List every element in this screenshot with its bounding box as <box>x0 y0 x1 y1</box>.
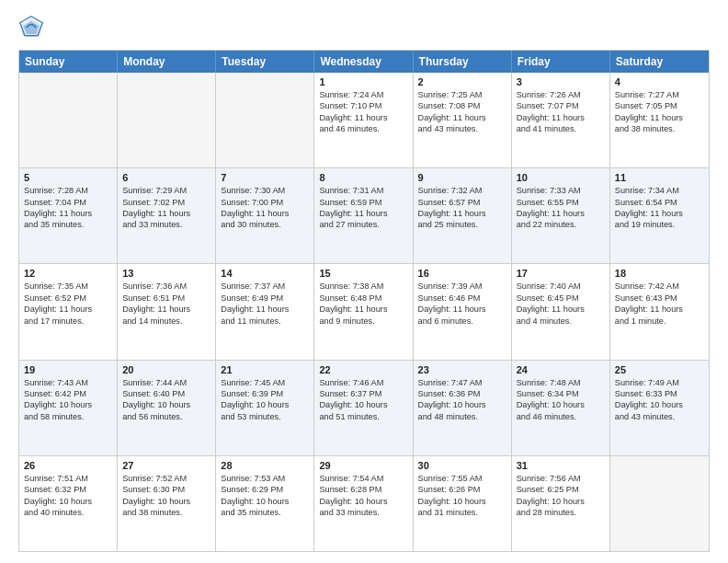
day-info: Sunrise: 7:46 AM Sunset: 6:37 PM Dayligh… <box>319 377 407 423</box>
day-cell-16: 16Sunrise: 7:39 AM Sunset: 6:46 PM Dayli… <box>414 264 512 359</box>
day-info: Sunrise: 7:51 AM Sunset: 6:32 PM Dayligh… <box>24 473 112 519</box>
day-cell-6: 6Sunrise: 7:29 AM Sunset: 7:02 PM Daylig… <box>118 168 216 263</box>
day-cell-26: 26Sunrise: 7:51 AM Sunset: 6:32 PM Dayli… <box>19 456 118 551</box>
day-number: 31 <box>517 460 605 471</box>
day-cell-29: 29Sunrise: 7:54 AM Sunset: 6:28 PM Dayli… <box>314 456 413 551</box>
day-cell-15: 15Sunrise: 7:38 AM Sunset: 6:48 PM Dayli… <box>314 264 413 359</box>
day-number: 11 <box>615 172 704 183</box>
day-number: 29 <box>319 460 407 471</box>
day-info: Sunrise: 7:53 AM Sunset: 6:29 PM Dayligh… <box>221 473 309 519</box>
day-cell-8: 8Sunrise: 7:31 AM Sunset: 6:59 PM Daylig… <box>314 168 413 263</box>
day-number: 12 <box>24 268 112 279</box>
day-cell-10: 10Sunrise: 7:33 AM Sunset: 6:55 PM Dayli… <box>512 168 610 263</box>
day-info: Sunrise: 7:34 AM Sunset: 6:54 PM Dayligh… <box>615 185 704 231</box>
day-cell-27: 27Sunrise: 7:52 AM Sunset: 6:30 PM Dayli… <box>118 456 216 551</box>
calendar-row-3: 19Sunrise: 7:43 AM Sunset: 6:42 PM Dayli… <box>19 360 709 455</box>
day-number: 23 <box>418 364 506 375</box>
day-cell-31: 31Sunrise: 7:56 AM Sunset: 6:25 PM Dayli… <box>512 456 610 551</box>
day-info: Sunrise: 7:37 AM Sunset: 6:49 PM Dayligh… <box>221 281 309 327</box>
day-cell-28: 28Sunrise: 7:53 AM Sunset: 6:29 PM Dayli… <box>216 456 314 551</box>
day-number: 22 <box>319 364 407 375</box>
day-number: 14 <box>221 268 309 279</box>
day-info: Sunrise: 7:30 AM Sunset: 7:00 PM Dayligh… <box>221 185 309 231</box>
day-cell-9: 9Sunrise: 7:32 AM Sunset: 6:57 PM Daylig… <box>414 168 512 263</box>
day-number: 9 <box>418 172 506 183</box>
header-day-monday: Monday <box>118 51 216 73</box>
day-info: Sunrise: 7:24 AM Sunset: 7:10 PM Dayligh… <box>319 89 407 135</box>
day-info: Sunrise: 7:40 AM Sunset: 6:45 PM Dayligh… <box>517 281 605 327</box>
day-cell-21: 21Sunrise: 7:45 AM Sunset: 6:39 PM Dayli… <box>216 361 314 455</box>
day-number: 16 <box>418 268 506 279</box>
day-number: 21 <box>221 364 309 375</box>
day-info: Sunrise: 7:39 AM Sunset: 6:46 PM Dayligh… <box>418 281 506 327</box>
day-info: Sunrise: 7:49 AM Sunset: 6:33 PM Dayligh… <box>615 377 704 423</box>
calendar-body: 1Sunrise: 7:24 AM Sunset: 7:10 PM Daylig… <box>19 73 709 551</box>
header <box>18 15 710 40</box>
day-cell-22: 22Sunrise: 7:46 AM Sunset: 6:37 PM Dayli… <box>314 361 413 455</box>
header-day-thursday: Thursday <box>414 51 512 73</box>
day-number: 7 <box>221 172 309 183</box>
day-cell-25: 25Sunrise: 7:49 AM Sunset: 6:33 PM Dayli… <box>610 361 709 455</box>
day-number: 18 <box>615 268 704 279</box>
day-cell-11: 11Sunrise: 7:34 AM Sunset: 6:54 PM Dayli… <box>610 168 709 263</box>
day-cell-13: 13Sunrise: 7:36 AM Sunset: 6:51 PM Dayli… <box>118 264 216 359</box>
day-cell-3: 3Sunrise: 7:26 AM Sunset: 7:07 PM Daylig… <box>512 73 610 167</box>
empty-cell <box>118 73 216 167</box>
day-info: Sunrise: 7:25 AM Sunset: 7:08 PM Dayligh… <box>418 89 506 135</box>
day-number: 27 <box>122 460 210 471</box>
day-info: Sunrise: 7:27 AM Sunset: 7:05 PM Dayligh… <box>615 89 704 135</box>
day-number: 13 <box>122 268 210 279</box>
day-number: 15 <box>319 268 407 279</box>
day-info: Sunrise: 7:36 AM Sunset: 6:51 PM Dayligh… <box>122 281 210 327</box>
calendar-row-1: 5Sunrise: 7:28 AM Sunset: 7:04 PM Daylig… <box>19 167 709 263</box>
logo-icon <box>18 15 44 40</box>
day-cell-20: 20Sunrise: 7:44 AM Sunset: 6:40 PM Dayli… <box>118 361 216 455</box>
calendar-row-0: 1Sunrise: 7:24 AM Sunset: 7:10 PM Daylig… <box>19 73 709 167</box>
day-number: 3 <box>517 76 605 87</box>
calendar-row-4: 26Sunrise: 7:51 AM Sunset: 6:32 PM Dayli… <box>19 455 709 551</box>
header-day-wednesday: Wednesday <box>314 51 413 73</box>
day-number: 28 <box>221 460 309 471</box>
day-info: Sunrise: 7:43 AM Sunset: 6:42 PM Dayligh… <box>24 377 112 423</box>
page: SundayMondayTuesdayWednesdayThursdayFrid… <box>0 0 728 563</box>
day-cell-4: 4Sunrise: 7:27 AM Sunset: 7:05 PM Daylig… <box>610 73 709 167</box>
day-info: Sunrise: 7:47 AM Sunset: 6:36 PM Dayligh… <box>418 377 506 423</box>
day-cell-24: 24Sunrise: 7:48 AM Sunset: 6:34 PM Dayli… <box>512 361 610 455</box>
day-cell-30: 30Sunrise: 7:55 AM Sunset: 6:26 PM Dayli… <box>414 456 512 551</box>
day-info: Sunrise: 7:45 AM Sunset: 6:39 PM Dayligh… <box>221 377 309 423</box>
day-number: 26 <box>24 460 112 471</box>
empty-cell <box>610 456 709 551</box>
day-info: Sunrise: 7:38 AM Sunset: 6:48 PM Dayligh… <box>319 281 407 327</box>
day-number: 10 <box>517 172 605 183</box>
day-info: Sunrise: 7:55 AM Sunset: 6:26 PM Dayligh… <box>418 473 506 519</box>
day-cell-2: 2Sunrise: 7:25 AM Sunset: 7:08 PM Daylig… <box>414 73 512 167</box>
day-number: 5 <box>24 172 112 183</box>
day-number: 6 <box>122 172 210 183</box>
calendar: SundayMondayTuesdayWednesdayThursdayFrid… <box>18 50 710 552</box>
day-number: 8 <box>319 172 407 183</box>
day-cell-12: 12Sunrise: 7:35 AM Sunset: 6:52 PM Dayli… <box>19 264 118 359</box>
day-info: Sunrise: 7:56 AM Sunset: 6:25 PM Dayligh… <box>517 473 605 519</box>
day-number: 1 <box>319 76 407 87</box>
day-number: 24 <box>517 364 605 375</box>
day-info: Sunrise: 7:42 AM Sunset: 6:43 PM Dayligh… <box>615 281 704 327</box>
day-info: Sunrise: 7:26 AM Sunset: 7:07 PM Dayligh… <box>517 89 605 135</box>
day-number: 17 <box>517 268 605 279</box>
day-number: 20 <box>122 364 210 375</box>
day-cell-5: 5Sunrise: 7:28 AM Sunset: 7:04 PM Daylig… <box>19 168 118 263</box>
day-number: 25 <box>615 364 704 375</box>
day-cell-23: 23Sunrise: 7:47 AM Sunset: 6:36 PM Dayli… <box>414 361 512 455</box>
day-cell-7: 7Sunrise: 7:30 AM Sunset: 7:00 PM Daylig… <box>216 168 314 263</box>
day-number: 2 <box>418 76 506 87</box>
day-info: Sunrise: 7:29 AM Sunset: 7:02 PM Dayligh… <box>122 185 210 231</box>
day-number: 30 <box>418 460 506 471</box>
day-cell-18: 18Sunrise: 7:42 AM Sunset: 6:43 PM Dayli… <box>610 264 709 359</box>
logo <box>18 15 48 40</box>
day-info: Sunrise: 7:33 AM Sunset: 6:55 PM Dayligh… <box>517 185 605 231</box>
day-info: Sunrise: 7:31 AM Sunset: 6:59 PM Dayligh… <box>319 185 407 231</box>
header-day-saturday: Saturday <box>610 51 709 73</box>
day-cell-17: 17Sunrise: 7:40 AM Sunset: 6:45 PM Dayli… <box>512 264 610 359</box>
day-info: Sunrise: 7:54 AM Sunset: 6:28 PM Dayligh… <box>319 473 407 519</box>
empty-cell <box>19 73 118 167</box>
day-cell-1: 1Sunrise: 7:24 AM Sunset: 7:10 PM Daylig… <box>314 73 413 167</box>
